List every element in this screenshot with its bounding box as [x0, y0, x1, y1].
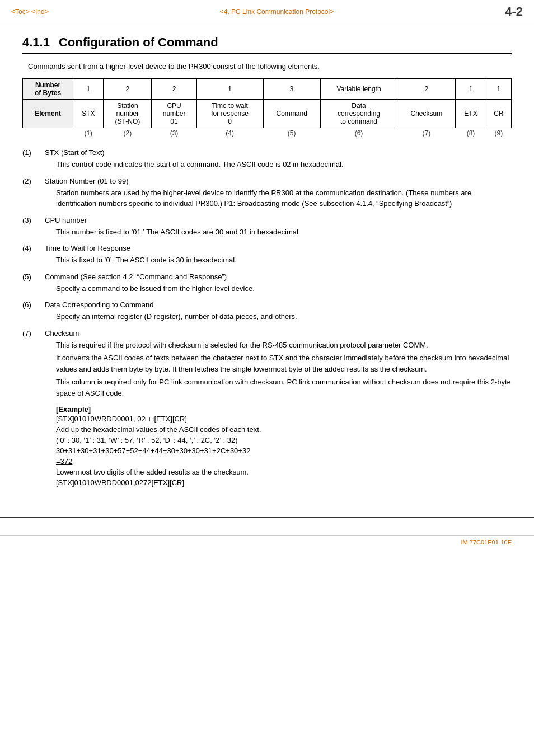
- main-content: 4.1.1 Configuration of Command Commands …: [0, 24, 534, 511]
- example-lines: [STX]01010WRDD0001, 02□□[ETX][CR]Add up …: [56, 415, 512, 487]
- td-time: Time to waitfor response0: [196, 100, 263, 128]
- bottom-divider: [0, 517, 534, 518]
- td-bytes-var: Variable length: [320, 79, 397, 100]
- td-bytes-2a: 2: [104, 79, 152, 100]
- item-body-5-1: Specify a command to be issued from the …: [56, 283, 512, 294]
- item-title-text-3: CPU number: [45, 216, 87, 224]
- td-num-2: (2): [104, 128, 152, 140]
- item-num-2: (2): [22, 177, 45, 185]
- td-data: Datacorrespondingto command: [320, 100, 397, 128]
- example-line-4: 30+31+30+31+30+57+52+44+44+30+30+30+31+2…: [56, 447, 512, 455]
- footer-text: IM 77C01E01-10E: [461, 539, 512, 546]
- nav-center: <4. PC Link Communication Protocol>: [220, 8, 334, 16]
- td-bytes-1c: 1: [456, 79, 486, 100]
- td-num-5: (5): [263, 128, 320, 140]
- page: <Toc> <Ind> <4. PC Link Communication Pr…: [0, 0, 534, 546]
- example-line-7: [STX]01010WRDD0001,0272[ETX][CR]: [56, 478, 512, 487]
- footer: IM 77C01E01-10E: [0, 535, 534, 546]
- item-title-5: (5)Command (See section 4.2, “Command an…: [22, 273, 512, 281]
- section-number: 4.1.1: [22, 35, 50, 50]
- item-2: (2)Station Number (01 to 99)Station numb…: [22, 177, 512, 209]
- item-num-5: (5): [22, 273, 45, 281]
- example-underline: =372: [56, 457, 72, 466]
- table-element-row: Element STX Stationnumber(ST-NO) CPUnumb…: [23, 100, 512, 128]
- table-header-row: Numberof Bytes 1 2 2 1 3 Variable length…: [23, 79, 512, 100]
- td-num-8: (8): [456, 128, 486, 140]
- items-container: (1)STX (Start of Text)This control code …: [22, 148, 512, 398]
- item-num-7: (7): [22, 329, 45, 337]
- td-num-blank: [23, 128, 73, 140]
- td-stx: STX: [73, 100, 104, 128]
- item-title-text-7: Checksum: [45, 329, 79, 337]
- td-cpu: CPUnumber01: [152, 100, 196, 128]
- th-numbytes: Numberof Bytes: [23, 79, 73, 100]
- td-num-6: (6): [320, 128, 397, 140]
- item-title-text-6: Data Corresponding to Command: [45, 300, 153, 309]
- intro-paragraph: Commands sent from a higher-level device…: [28, 62, 512, 71]
- command-table: Numberof Bytes 1 2 2 1 3 Variable length…: [22, 78, 512, 139]
- item-6: (6)Data Corresponding to CommandSpecify …: [22, 300, 512, 322]
- item-title-text-5: Command (See section 4.2, “Command and R…: [45, 273, 227, 281]
- item-title-text-2: Station Number (01 to 99): [45, 177, 129, 185]
- item-body-4-1: This is fixed to ‘0’. The ASCII code is …: [56, 255, 512, 266]
- item-4: (4)Time to Wait for ResponseThis is fixe…: [22, 244, 512, 266]
- top-bar: <Toc> <Ind> <4. PC Link Communication Pr…: [0, 0, 534, 24]
- item-title-text-4: Time to Wait for Response: [45, 244, 130, 252]
- item-body-2-1: Station numbers are used by the higher-l…: [56, 187, 512, 209]
- td-num-7: (7): [397, 128, 456, 140]
- example-line-6: Lowermost two digits of the added result…: [56, 468, 512, 476]
- page-number: 4-2: [505, 4, 523, 19]
- td-station: Stationnumber(ST-NO): [104, 100, 152, 128]
- item-body-7-1: This is required if the protocol with ch…: [56, 340, 512, 351]
- item-3: (3)CPU numberThis number is fixed to ’01…: [22, 216, 512, 238]
- td-bytes-3: 3: [263, 79, 320, 100]
- item-num-3: (3): [22, 216, 45, 224]
- section-heading: Configuration of Command: [59, 35, 218, 50]
- td-bytes-1b: 1: [196, 79, 263, 100]
- section-title-row: 4.1.1 Configuration of Command: [22, 35, 512, 54]
- item-body-3-1: This number is fixed to ’01.’ The ASCII …: [56, 227, 512, 238]
- td-cr: CR: [486, 100, 511, 128]
- example-box: [Example] [STX]01010WRDD0001, 02□□[ETX][…: [56, 405, 512, 487]
- example-line-2: Add up the hexadecimal values of the ASC…: [56, 425, 512, 434]
- item-1: (1)STX (Start of Text)This control code …: [22, 148, 512, 170]
- td-num-4: (4): [196, 128, 263, 140]
- td-num-9: (9): [486, 128, 511, 140]
- example-line-1: [STX]01010WRDD0001, 02□□[ETX][CR]: [56, 415, 512, 423]
- td-bytes-2b: 2: [152, 79, 196, 100]
- item-title-text-1: STX (Start of Text): [45, 148, 105, 157]
- item-body-7-3: This column is required only for PC link…: [56, 377, 512, 398]
- item-title-4: (4)Time to Wait for Response: [22, 244, 512, 252]
- example-label: [Example]: [56, 405, 512, 414]
- item-title-1: (1)STX (Start of Text): [22, 148, 512, 157]
- item-body-6-1: Specify an internal register (D register…: [56, 311, 512, 322]
- example-line-5: =372: [56, 457, 512, 466]
- example-line-3: (‘0’ : 30, ‘1’ : 31, ‘W’ : 57, ‘R’ : 52,…: [56, 436, 512, 444]
- item-num-4: (4): [22, 244, 45, 252]
- item-body-7-2: It converts the ASCII codes of texts bet…: [56, 353, 512, 374]
- item-title-2: (2)Station Number (01 to 99): [22, 177, 512, 185]
- td-bytes-1: 1: [73, 79, 104, 100]
- item-title-7: (7)Checksum: [22, 329, 512, 337]
- td-num-3: (3): [152, 128, 196, 140]
- td-bytes-2c: 2: [397, 79, 456, 100]
- td-command: Command: [263, 100, 320, 128]
- item-title-3: (3)CPU number: [22, 216, 512, 224]
- td-bytes-1d: 1: [486, 79, 511, 100]
- td-etx: ETX: [456, 100, 486, 128]
- item-num-1: (1): [22, 148, 45, 157]
- item-body-1-1: This control code indicates the start of…: [56, 159, 512, 170]
- item-7: (7)ChecksumThis is required if the proto…: [22, 329, 512, 399]
- item-num-6: (6): [22, 300, 45, 309]
- nav-left[interactable]: <Toc> <Ind>: [11, 8, 49, 16]
- td-checksum: Checksum: [397, 100, 456, 128]
- th-element: Element: [23, 100, 73, 128]
- table-number-row: (1) (2) (3) (4) (5) (6) (7) (8) (9): [23, 128, 512, 140]
- item-5: (5)Command (See section 4.2, “Command an…: [22, 273, 512, 294]
- item-title-6: (6)Data Corresponding to Command: [22, 300, 512, 309]
- td-num-1: (1): [73, 128, 104, 140]
